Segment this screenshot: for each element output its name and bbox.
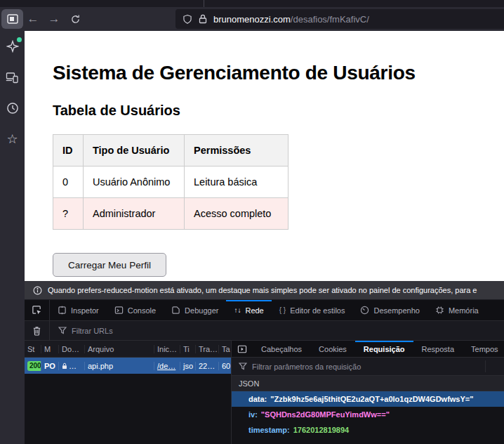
- tab-requisicao[interactable]: Requisição: [355, 341, 413, 357]
- gauge-icon: [360, 306, 369, 315]
- load-profile-button[interactable]: Carregar Meu Perfil: [53, 253, 166, 277]
- tab-debugger[interactable]: Debugger: [164, 300, 226, 320]
- col-initiator[interactable]: Inic…: [154, 345, 180, 353]
- tab-label: Requisição: [364, 345, 405, 353]
- status-badge: 200: [27, 361, 41, 371]
- col-type[interactable]: Ti: [180, 345, 196, 353]
- detail-tabbar: Cabeçalhos Cookies Requisição Resposta T…: [232, 341, 504, 358]
- cell-tipo: Administrador: [84, 198, 185, 230]
- devtools-tabbar: Inspetor Console Debugger ↑↓: [25, 300, 504, 321]
- chip-icon: [435, 306, 444, 315]
- col-size[interactable]: Ta: [219, 345, 232, 353]
- tab-label: Inspetor: [71, 306, 99, 315]
- forward-button[interactable]: →: [44, 10, 65, 28]
- history-button[interactable]: [6, 101, 20, 115]
- tab-editor-de-estilos[interactable]: { } Editor de estilos: [272, 300, 353, 320]
- request-method: PO: [41, 362, 59, 370]
- synced-tabs-button[interactable]: [6, 70, 20, 84]
- request-detail-panel: Cabeçalhos Cookies Requisição Resposta T…: [232, 341, 504, 444]
- window-titlebar: [0, 0, 504, 7]
- network-body: St M Do… Arquivo Inic… Ti Tra… Ta 200 PO…: [25, 341, 504, 444]
- request-transferred: 22…: [196, 362, 219, 370]
- element-picker-button[interactable]: [25, 300, 50, 320]
- table-header-row: ID Tipo de Usuário Permissões: [53, 135, 289, 166]
- col-method[interactable]: M: [41, 345, 59, 353]
- col-file[interactable]: Arquivo: [85, 345, 154, 353]
- filter-urls-input[interactable]: [72, 327, 212, 335]
- request-domain: …: [59, 362, 85, 370]
- tab-resposta[interactable]: Resposta: [413, 341, 463, 357]
- cell-permissoes: Acesso completo: [185, 198, 289, 230]
- sidebar-toggle-button[interactable]: [1, 9, 23, 29]
- tab-tempos[interactable]: Tempos: [463, 341, 504, 357]
- tab-memoria[interactable]: Memória: [427, 300, 486, 320]
- request-size: 60: [219, 362, 232, 370]
- page-content: Sistema de Gerenciamento de Usuários Tab…: [25, 31, 504, 281]
- tab-console[interactable]: Console: [107, 300, 164, 320]
- network-toolbar: [25, 321, 504, 341]
- col-transferred[interactable]: Tra…: [196, 345, 219, 353]
- lock-icon[interactable]: [199, 14, 207, 24]
- ai-chat-button[interactable]: [6, 39, 20, 53]
- tab-inspetor[interactable]: Inspetor: [50, 300, 107, 320]
- back-arrow-icon: ←: [27, 12, 39, 26]
- tab-divider: [204, 0, 204, 7]
- section-title: Tabela de Usuários: [53, 103, 504, 119]
- url-domain: brunomenozzi.com: [213, 14, 291, 25]
- cell-id: 0: [53, 166, 84, 198]
- param-row-data[interactable]: data: "Zzbk9hz5e6aj5thitQE2u2aQT+a0lo1qz…: [232, 391, 504, 407]
- request-type: jso: [180, 362, 196, 370]
- col-domain[interactable]: Do…: [59, 345, 85, 353]
- shield-icon[interactable]: [183, 14, 192, 25]
- param-key: iv:: [248, 410, 258, 419]
- debugger-icon: [171, 306, 180, 315]
- col-status[interactable]: St: [25, 345, 41, 353]
- network-arrows-icon: ↑↓: [234, 306, 241, 314]
- tab-rede[interactable]: ↑↓ Rede: [226, 300, 271, 320]
- tab-label: Cookies: [319, 345, 347, 353]
- table-row-anonimo: 0 Usuário Anônimo Leitura básica: [53, 166, 289, 198]
- firefox-sidebar: ☆: [0, 31, 25, 444]
- tab-cookies[interactable]: Cookies: [310, 341, 355, 357]
- param-value: 1762012819894: [293, 426, 350, 434]
- lock-icon: [62, 363, 67, 370]
- request-file: api.php: [85, 362, 154, 370]
- param-key: data:: [248, 395, 267, 403]
- detail-filter-bar: [232, 358, 504, 376]
- tab-label: Tempos: [471, 345, 498, 353]
- console-icon: [114, 306, 124, 315]
- back-button[interactable]: ←: [22, 10, 44, 28]
- ai-status-dot: [17, 37, 22, 42]
- tab-label: Desempenho: [373, 306, 419, 315]
- json-section-label: JSON: [239, 379, 259, 388]
- tab-label: Console: [128, 306, 156, 315]
- bookmarks-button[interactable]: ☆: [6, 132, 20, 146]
- tab-cabecalhos[interactable]: Cabeçalhos: [253, 341, 310, 357]
- param-row-iv[interactable]: iv: "SQHDns2dG80MPFeuYimdWw==": [232, 407, 504, 422]
- filter-params-input[interactable]: [252, 363, 413, 371]
- tab-label: Debugger: [185, 306, 218, 315]
- url-bar[interactable]: brunomenozzi.com/desafios/fmKafivC/: [175, 9, 504, 29]
- clear-requests-button[interactable]: [25, 321, 50, 340]
- page-title: Sistema de Gerenciamento de Usuários: [53, 62, 504, 84]
- param-row-timestamp[interactable]: timestamp: 1762012819894: [232, 422, 504, 438]
- request-row-selected[interactable]: 200 PO … api.php /de… jso 22… 60: [25, 358, 231, 374]
- inspector-icon: [58, 306, 67, 315]
- json-section-header[interactable]: JSON: [232, 376, 504, 391]
- cell-permissoes: Leitura básica: [185, 166, 289, 198]
- col-header-permissoes: Permissões: [185, 135, 289, 166]
- reload-button[interactable]: [65, 10, 86, 28]
- cell-tipo: Usuário Anônimo: [84, 166, 185, 198]
- sidebar-toggle-icon: [7, 14, 18, 24]
- tab-label: Cabeçalhos: [261, 345, 302, 353]
- request-initiator[interactable]: /de…: [154, 362, 180, 370]
- param-value: "SQHDns2dG80MPFeuYimdWw==": [261, 410, 390, 419]
- funnel-icon: [239, 363, 247, 370]
- toggle-panel-button[interactable]: [232, 341, 253, 357]
- param-key: timestamp:: [248, 426, 290, 434]
- users-table: ID Tipo de Usuário Permissões 0 Usuário …: [53, 134, 289, 230]
- browser-toolbar: ← → brunomenozzi.com/desafios/fmKafivC: [0, 7, 504, 31]
- sparkle-icon: [6, 40, 19, 53]
- browser-window: ← → brunomenozzi.com/desafios/fmKafivC: [0, 0, 504, 444]
- tab-desempenho[interactable]: Desempenho: [352, 300, 427, 320]
